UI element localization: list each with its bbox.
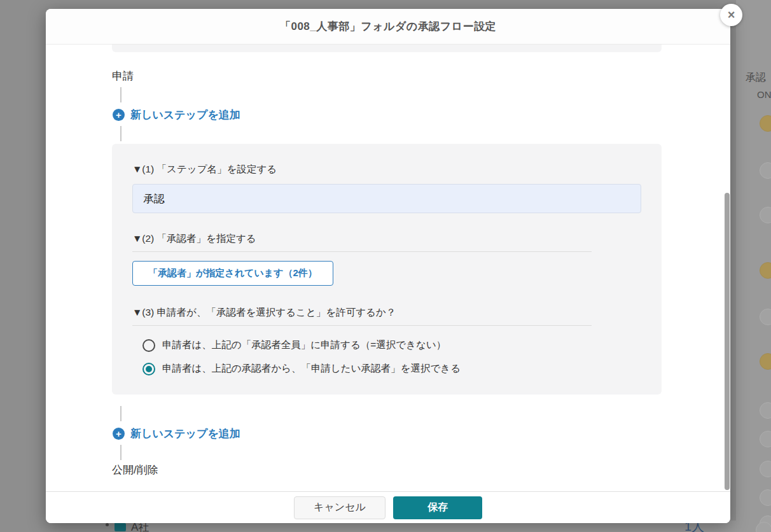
radio-option-all-approvers[interactable]: 申請者は、上記の「承認者全員」に申請する（=選択できない） bbox=[142, 339, 641, 352]
section-step-name-title: ▼(1) 「ステップ名」を設定する bbox=[132, 163, 641, 176]
modal-footer: キャンセル 保存 bbox=[46, 491, 730, 523]
section-approvers-title: ▼(2) 「承認者」を指定する bbox=[132, 232, 592, 252]
flow-connector bbox=[120, 87, 122, 102]
modal-title: 「008_人事部」フォルダの承認フロー設定 bbox=[280, 19, 496, 34]
approvers-specified-button[interactable]: 「承認者」が指定されています（2件） bbox=[132, 261, 333, 286]
radio-on-icon bbox=[142, 363, 155, 375]
toggle-off-knob bbox=[756, 522, 771, 532]
cancel-button[interactable]: キャンセル bbox=[294, 496, 386, 519]
folder-icon bbox=[115, 523, 126, 531]
flow-connector bbox=[120, 445, 122, 460]
step-name-input[interactable] bbox=[132, 184, 641, 213]
plus-icon: + bbox=[113, 428, 125, 440]
radio-off-icon bbox=[142, 339, 155, 352]
plus-icon: + bbox=[113, 109, 125, 121]
approval-flow-settings-modal: 「008_人事部」フォルダの承認フロー設定 申請 + 新しいステップを追加 ▼(… bbox=[46, 9, 730, 523]
add-step-button-bottom[interactable]: + 新しいステップを追加 bbox=[113, 426, 730, 441]
background-approval-on-label: ON bbox=[757, 89, 771, 100]
modal-scrollbar-thumb[interactable] bbox=[725, 193, 730, 490]
modal-body: 申請 + 新しいステップを追加 ▼(1) 「ステップ名」を設定する ▼(2) 「… bbox=[46, 45, 730, 491]
background-approval-column-header: 承認 bbox=[746, 71, 766, 85]
add-step-label: 新しいステップを追加 bbox=[130, 108, 240, 122]
add-step-label: 新しいステップを追加 bbox=[130, 426, 240, 441]
flow-end-node: 公開/削除 bbox=[112, 463, 730, 477]
add-step-button-top[interactable]: + 新しいステップを追加 bbox=[113, 108, 730, 122]
section-allow-selection-title: ▼(3) 申請者が、「承認者を選択すること」を許可するか？ bbox=[132, 306, 592, 326]
modal-header: 「008_人事部」フォルダの承認フロー設定 bbox=[46, 9, 730, 45]
radio-option-select-approver[interactable]: 申請者は、上記の承認者から、「申請したい承認者」を選択できる bbox=[142, 362, 641, 375]
radio-option-label: 申請者は、上記の「承認者全員」に申請する（=選択できない） bbox=[162, 339, 446, 352]
radio-option-label: 申請者は、上記の承認者から、「申請したい承認者」を選択できる bbox=[162, 362, 461, 375]
flow-connector bbox=[120, 406, 122, 421]
previous-card-remnant bbox=[112, 45, 662, 52]
bullet-dot bbox=[106, 523, 109, 526]
save-button[interactable]: 保存 bbox=[393, 496, 482, 519]
flow-connector bbox=[120, 126, 122, 141]
step-settings-card: ▼(1) 「ステップ名」を設定する ▼(2) 「承認者」を指定する 「承認者」が… bbox=[112, 144, 662, 395]
close-icon[interactable]: × bbox=[720, 4, 742, 26]
approver-selection-radio-group: 申請者は、上記の「承認者全員」に申請する（=選択できない） 申請者は、上記の承認… bbox=[142, 339, 641, 375]
flow-start-node: 申請 bbox=[112, 69, 730, 83]
